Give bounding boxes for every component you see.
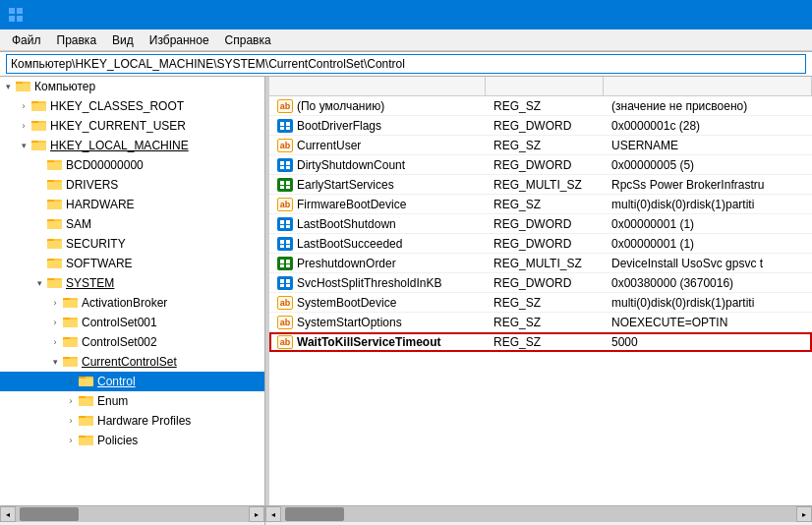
- reg-row[interactable]: DirtyShutdownCountREG_DWORD0x00000005 (5…: [269, 155, 812, 175]
- reg-cell-name-5: abFirmwareBootDevice: [269, 198, 486, 211]
- tree-label-activationbroker: ActivationBroker: [82, 296, 167, 310]
- reg-row[interactable]: abWaitToKillServiceTimeoutREG_SZ5000: [269, 332, 812, 352]
- scroll-thumb-left[interactable]: [20, 507, 79, 521]
- svg-rect-24: [47, 202, 62, 209]
- tree-toggle-controlset001[interactable]: ›: [47, 313, 63, 332]
- tree-item-enum[interactable]: › Enum: [0, 391, 264, 411]
- svg-rect-85: [286, 245, 290, 248]
- tree-label-control: Control: [97, 375, 136, 388]
- svg-rect-1: [17, 8, 23, 14]
- reg-row[interactable]: abCurrentUserREG_SZUSERNAME: [269, 136, 812, 155]
- folder-icon-drivers: [47, 177, 63, 194]
- registry-values-list[interactable]: ab(По умолчанию)REG_SZ(значение не присв…: [269, 96, 812, 505]
- reg-row[interactable]: abSystemBootDeviceREG_SZmulti(0)disk(0)r…: [269, 293, 812, 313]
- tree-item-sam[interactable]: SAM: [0, 214, 264, 234]
- tree-item-hardware[interactable]: HARDWARE: [0, 195, 264, 214]
- address-input[interactable]: [6, 54, 806, 74]
- tree-toggle-hkey-current-user[interactable]: ›: [16, 116, 31, 136]
- tree-item-hkey-local-machine[interactable]: ▾ HKEY_LOCAL_MACHINE: [0, 136, 264, 155]
- reg-row[interactable]: abSystemStartOptionsREG_SZNOEXECUTE=OPTI…: [269, 313, 812, 332]
- svg-rect-87: [280, 260, 284, 263]
- svg-rect-77: [280, 220, 284, 224]
- tree-toggle-computer[interactable]: ▾: [0, 77, 16, 96]
- tree-item-hardware-profiles[interactable]: › Hardware Profiles: [0, 411, 264, 431]
- reg-name-text-1: BootDriverFlags: [297, 119, 381, 133]
- reg-cell-name-12: abWaitToKillServiceTimeout: [269, 335, 486, 349]
- tree-label-hkey-local-machine: HKEY_LOCAL_MACHINE: [50, 139, 189, 152]
- reg-row[interactable]: abFirmwareBootDeviceREG_SZmulti(0)disk(0…: [269, 195, 812, 214]
- reg-cell-value-3: 0x00000005 (5): [604, 158, 812, 172]
- maximize-button[interactable]: [714, 0, 759, 29]
- reg-cell-value-8: DeviceInstall UsoSvc gpsvc t: [604, 257, 812, 270]
- tree-toggle-controlset002[interactable]: ›: [47, 332, 63, 352]
- tree-toggle-hkey-local-machine[interactable]: ▾: [16, 136, 31, 155]
- col-header-type: [486, 77, 604, 95]
- tree-item-control[interactable]: › Control: [0, 372, 264, 391]
- tree-label-controlset001: ControlSet001: [82, 316, 157, 329]
- scroll-thumb-right[interactable]: [285, 507, 344, 521]
- close-button[interactable]: [759, 0, 804, 29]
- reg-cell-type-1: REG_DWORD: [486, 119, 604, 133]
- tree-item-computer[interactable]: ▾ Компьютер: [0, 77, 264, 96]
- reg-cell-type-12: REG_SZ: [486, 335, 604, 349]
- tree-label-sam: SAM: [66, 217, 91, 231]
- tree-item-bcd[interactable]: BCD00000000: [0, 155, 264, 175]
- menu-item-файл[interactable]: Файл: [4, 31, 49, 49]
- values-scrollbar[interactable]: ◂ ▸: [265, 506, 812, 525]
- reg-cell-type-8: REG_MULTI_SZ: [486, 257, 604, 270]
- scroll-right-arrow[interactable]: ▸: [249, 506, 264, 522]
- reg-icon-dword: [277, 237, 293, 251]
- menu-item-правка[interactable]: Правка: [49, 31, 105, 49]
- tree-item-activationbroker[interactable]: › ActivationBroker: [0, 293, 264, 313]
- menu-item-справка[interactable]: Справка: [217, 31, 279, 49]
- reg-row[interactable]: SvcHostSplitThresholdInKBREG_DWORD0x0038…: [269, 273, 812, 293]
- tree-toggle-control[interactable]: ›: [63, 372, 79, 391]
- tree-toggle-system[interactable]: ▾: [31, 273, 47, 293]
- tree-toggle-hkey-classes[interactable]: ›: [16, 96, 31, 116]
- tree-scrollbar[interactable]: ◂ ▸: [0, 506, 265, 525]
- scroll-left-arrow[interactable]: ◂: [0, 506, 16, 522]
- tree-item-controlset002[interactable]: › ControlSet002: [0, 332, 264, 352]
- tree-item-hkey-classes[interactable]: › HKEY_CLASSES_ROOT: [0, 96, 264, 116]
- minimize-button[interactable]: [668, 0, 714, 29]
- menu-item-вид[interactable]: Вид: [104, 31, 142, 49]
- reg-row[interactable]: PreshutdownOrderREG_MULTI_SZDeviceInstal…: [269, 254, 812, 273]
- tree-toggle-policies[interactable]: ›: [63, 431, 79, 450]
- tree-toggle-activationbroker[interactable]: ›: [47, 293, 63, 313]
- tree-item-security[interactable]: SECURITY: [0, 234, 264, 254]
- tree-item-currentcontrolset[interactable]: ▾ CurrentControlSet: [0, 352, 264, 372]
- registry-tree[interactable]: ▾ Компьютер› HKEY_CLASSES_ROOT› HKEY_CUR…: [0, 77, 265, 505]
- tree-toggle-hardware-profiles[interactable]: ›: [63, 411, 79, 431]
- folder-icon-system: [47, 275, 63, 292]
- scroll-right-left-arrow[interactable]: ◂: [265, 506, 281, 522]
- scroll-right-right-arrow[interactable]: ▸: [796, 506, 812, 522]
- svg-rect-94: [280, 284, 284, 287]
- svg-rect-12: [31, 123, 46, 131]
- svg-rect-51: [79, 379, 93, 386]
- tree-item-software[interactable]: SOFTWARE: [0, 254, 264, 273]
- col-header-name: [269, 77, 486, 95]
- tree-item-policies[interactable]: › Policies: [0, 431, 264, 450]
- reg-name-text-7: LastBootSucceeded: [297, 237, 402, 251]
- reg-cell-type-7: REG_DWORD: [486, 237, 604, 251]
- reg-row[interactable]: LastBootSucceededREG_DWORD0x00000001 (1): [269, 234, 812, 254]
- svg-rect-45: [63, 339, 78, 347]
- reg-cell-name-0: ab(По умолчанию): [269, 99, 486, 113]
- menu-item-избранное[interactable]: Избранное: [142, 31, 217, 49]
- tree-item-system[interactable]: ▾ SYSTEM: [0, 273, 264, 293]
- reg-cell-type-6: REG_DWORD: [486, 217, 604, 231]
- svg-rect-70: [286, 166, 290, 169]
- svg-rect-36: [47, 280, 62, 288]
- tree-item-drivers[interactable]: DRIVERS: [0, 175, 264, 195]
- tree-item-controlset001[interactable]: › ControlSet001: [0, 313, 264, 332]
- reg-row[interactable]: LastBootShutdownREG_DWORD0x00000001 (1): [269, 214, 812, 234]
- tree-toggle-enum[interactable]: ›: [63, 391, 79, 411]
- tree-item-hkey-current-user[interactable]: › HKEY_CURRENT_USER: [0, 116, 264, 136]
- svg-rect-57: [79, 418, 93, 426]
- reg-cell-name-7: LastBootSucceeded: [269, 237, 486, 251]
- reg-row[interactable]: EarlyStartServicesREG_MULTI_SZRpcSs Powe…: [269, 175, 812, 195]
- tree-toggle-currentcontrolset[interactable]: ▾: [47, 352, 63, 372]
- reg-cell-name-6: LastBootShutdown: [269, 217, 486, 231]
- reg-row[interactable]: ab(По умолчанию)REG_SZ(значение не присв…: [269, 96, 812, 116]
- reg-row[interactable]: BootDriverFlagsREG_DWORD0x0000001c (28): [269, 116, 812, 136]
